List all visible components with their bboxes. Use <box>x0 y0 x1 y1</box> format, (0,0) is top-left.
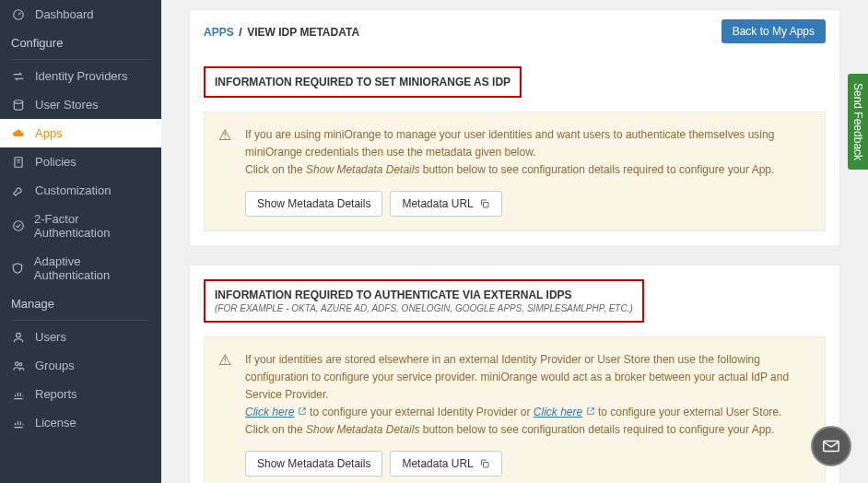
sidebar-label: Dashboard <box>35 7 94 21</box>
card-section-2: INFORMATION REQUIRED TO AUTHENTICATE VIA… <box>189 265 840 483</box>
breadcrumb-apps-link[interactable]: APPS <box>204 26 234 39</box>
card-section-1: APPS / VIEW IDP METADATA Back to My Apps… <box>189 9 840 246</box>
cloud-icon <box>11 127 26 140</box>
sidebar-item-user-stores[interactable]: User Stores <box>0 90 161 119</box>
sidebar-label: Identity Providers <box>35 69 127 83</box>
info-box-1: ⚠ If you are using miniOrange to manage … <box>204 112 826 231</box>
breadcrumb: APPS / VIEW IDP METADATA <box>204 25 359 39</box>
section-title-2: INFORMATION REQUIRED TO AUTHENTICATE VIA… <box>204 279 644 323</box>
sidebar-item-groups[interactable]: Groups <box>0 351 161 380</box>
button-row: Show Metadata Details Metadata URL <box>245 451 811 477</box>
info-line: Click on the Show Metadata Details butto… <box>245 421 811 439</box>
card-body: INFORMATION REQUIRED TO AUTHENTICATE VIA… <box>190 265 839 483</box>
sidebar-item-users[interactable]: Users <box>0 323 161 351</box>
metadata-url-button[interactable]: Metadata URL <box>390 451 501 477</box>
svg-rect-8 <box>483 462 488 467</box>
sidebar: Dashboard Configure Identity Providers U… <box>0 0 161 483</box>
sidebar-item-dashboard[interactable]: Dashboard <box>0 0 161 29</box>
database-icon <box>11 99 26 112</box>
info-text: If you are using miniOrange to manage yo… <box>245 126 811 217</box>
check-icon <box>11 219 25 232</box>
breadcrumb-current: VIEW IDP METADATA <box>247 26 359 39</box>
warning-icon: ⚠ <box>218 351 231 477</box>
external-link-icon <box>298 406 307 416</box>
svg-point-4 <box>17 333 21 337</box>
divider <box>11 320 150 321</box>
info-line: If you are using miniOrange to manage yo… <box>245 126 811 161</box>
sidebar-section-configure: Configure <box>0 29 161 57</box>
sidebar-label: Policies <box>35 155 76 169</box>
sidebar-item-license[interactable]: License <box>0 408 161 437</box>
sidebar-label: Reports <box>35 387 77 401</box>
wrench-icon <box>11 184 26 197</box>
sidebar-item-identity-providers[interactable]: Identity Providers <box>0 62 161 90</box>
sidebar-label: 2-Factor Authentication <box>34 212 150 240</box>
back-to-apps-button[interactable]: Back to My Apps <box>721 19 826 43</box>
copy-icon <box>479 458 490 469</box>
sidebar-item-2fa[interactable]: 2-Factor Authentication <box>0 205 161 247</box>
sidebar-label: Adaptive Authentication <box>34 254 150 282</box>
svg-point-3 <box>13 221 23 231</box>
section-subtitle: (FOR EXAMPLE - OKTA, AZURE AD, ADFS, ONE… <box>215 303 633 313</box>
user-icon <box>11 331 26 344</box>
info-box-2: ⚠ If your identities are stored elsewher… <box>204 336 826 483</box>
copy-icon <box>479 198 490 209</box>
sidebar-label: Users <box>35 330 66 344</box>
info-text: If your identities are stored elsewhere … <box>245 351 811 477</box>
svg-point-6 <box>19 362 22 365</box>
sidebar-label: User Stores <box>35 98 99 112</box>
section-title-text: INFORMATION REQUIRED TO AUTHENTICATE VIA… <box>215 289 633 301</box>
sidebar-item-adaptive-auth[interactable]: Adaptive Authentication <box>0 247 161 289</box>
sidebar-item-reports[interactable]: Reports <box>0 380 161 408</box>
chart-icon <box>11 388 26 401</box>
chart-icon <box>11 417 26 430</box>
card-body: INFORMATION REQUIRED TO SET MINIORANGE A… <box>190 53 839 245</box>
mail-icon <box>821 436 841 456</box>
button-row: Show Metadata Details Metadata URL <box>245 191 811 217</box>
section-title-1: INFORMATION REQUIRED TO SET MINIORANGE A… <box>204 66 522 98</box>
dashboard-icon <box>11 8 26 21</box>
show-metadata-details-button[interactable]: Show Metadata Details <box>245 451 382 477</box>
info-line: Click here to configure your external Id… <box>245 404 811 421</box>
send-feedback-tab[interactable]: Send Feedback <box>848 74 868 170</box>
metadata-url-button[interactable]: Metadata URL <box>390 191 501 217</box>
svg-point-1 <box>14 100 22 103</box>
card-header: APPS / VIEW IDP METADATA Back to My Apps <box>190 10 839 53</box>
info-line: Click on the Show Metadata Details butto… <box>245 161 811 179</box>
svg-rect-7 <box>483 202 488 207</box>
divider <box>11 59 150 60</box>
sidebar-item-apps[interactable]: Apps <box>0 119 161 147</box>
main-content: APPS / VIEW IDP METADATA Back to My Apps… <box>161 0 868 483</box>
sidebar-label: Apps <box>35 126 63 140</box>
sidebar-section-manage: Manage <box>0 289 161 318</box>
configure-idp-link[interactable]: Click here <box>245 406 294 418</box>
sidebar-item-policies[interactable]: Policies <box>0 147 161 176</box>
svg-point-5 <box>16 361 19 365</box>
warning-icon: ⚠ <box>218 126 231 217</box>
shield-icon <box>11 262 25 275</box>
file-icon <box>11 156 26 169</box>
sidebar-label: License <box>35 416 76 430</box>
breadcrumb-sep: / <box>239 26 241 39</box>
sidebar-item-customization[interactable]: Customization <box>0 176 161 205</box>
configure-userstore-link[interactable]: Click here <box>534 406 582 418</box>
contact-fab[interactable] <box>811 426 851 466</box>
external-link-icon <box>586 406 595 416</box>
svg-rect-9 <box>824 442 839 452</box>
sidebar-label: Customization <box>35 183 111 197</box>
info-line: If your identities are stored elsewhere … <box>245 351 811 405</box>
show-metadata-details-button[interactable]: Show Metadata Details <box>245 191 382 217</box>
group-icon <box>11 359 26 372</box>
swap-icon <box>11 70 26 83</box>
sidebar-label: Groups <box>35 359 75 372</box>
section-title-text: INFORMATION REQUIRED TO SET MINIORANGE A… <box>215 76 510 88</box>
